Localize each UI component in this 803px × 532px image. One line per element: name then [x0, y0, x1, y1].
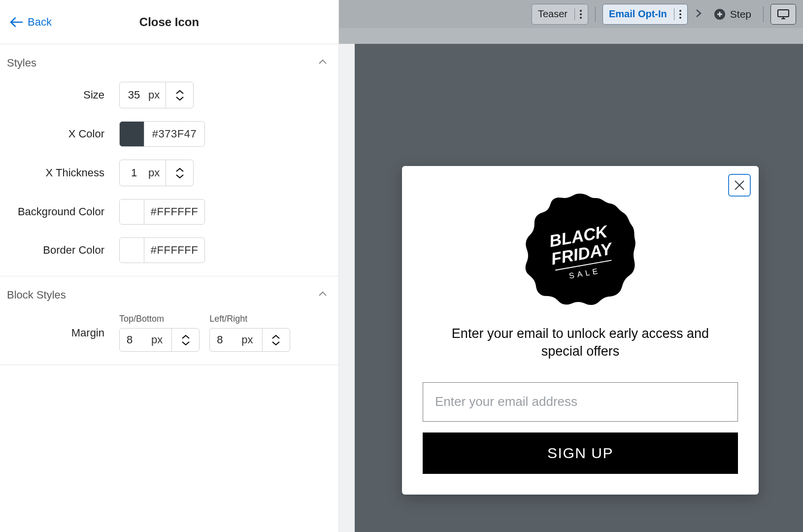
teaser-step-button[interactable]: Teaser [532, 4, 588, 25]
desktop-icon [777, 9, 790, 20]
section-styles-header[interactable]: Styles [7, 56, 329, 70]
popup-close-button[interactable] [728, 174, 751, 197]
label-x-color: X Color [7, 128, 119, 140]
chevron-up-icon [175, 167, 184, 173]
label-margin: Margin [7, 327, 119, 339]
panel-header: Back Close Icon [0, 0, 338, 44]
email-optin-label: Email Opt-In [609, 8, 667, 20]
section-block-styles: Block Styles Margin Top/Bottom px Left/R… [0, 276, 338, 365]
divider [763, 6, 764, 22]
chevron-up-icon [175, 90, 184, 95]
chevron-down-icon [175, 173, 184, 179]
label-size: Size [7, 89, 119, 101]
back-label: Back [28, 16, 52, 29]
margin-left-right: Left/Right px [209, 314, 290, 352]
row-bg-color: Background Color #FFFFFF [7, 199, 329, 225]
size-control: px [119, 82, 194, 108]
size-unit: px [148, 89, 166, 101]
chevron-right-icon [695, 8, 703, 20]
add-step-button[interactable]: Step [709, 4, 756, 25]
section-block-styles-header[interactable]: Block Styles [7, 288, 329, 302]
border-color-swatch[interactable] [120, 238, 144, 263]
badge-wrap: BLACK FRIDAY SALE [421, 189, 740, 307]
margin-tb-stepper[interactable] [171, 329, 199, 351]
x-color-hex: #373F47 [144, 128, 204, 140]
email-input[interactable] [423, 382, 738, 422]
margin-lr-stepper[interactable] [262, 329, 290, 351]
device-toggle-button[interactable] [770, 4, 796, 25]
row-x-thickness: X Thickness px [7, 160, 329, 186]
section-styles-title: Styles [7, 57, 36, 69]
topbar: Teaser Email Opt-In Step [339, 0, 803, 28]
x-color-control[interactable]: #373F47 [119, 121, 205, 147]
margin-tb-control: px [119, 328, 200, 352]
more-icon[interactable] [674, 8, 681, 20]
size-stepper[interactable] [166, 82, 193, 108]
back-button[interactable]: Back [10, 16, 52, 29]
badge-icon: BLACK FRIDAY SALE [521, 189, 639, 307]
x-thickness-input[interactable] [120, 166, 148, 179]
bg-color-control[interactable]: #FFFFFF [119, 199, 205, 225]
label-border-color: Border Color [7, 244, 119, 257]
border-color-control[interactable]: #FFFFFF [119, 237, 205, 263]
bg-color-hex: #FFFFFF [144, 205, 204, 218]
margin-tb-input[interactable] [120, 333, 151, 346]
black-friday-badge: BLACK FRIDAY SALE [521, 189, 639, 307]
teaser-label: Teaser [538, 8, 568, 20]
margin-lr-unit: px [241, 333, 262, 346]
divider [595, 6, 596, 22]
margin-tb-unit: px [151, 333, 171, 346]
row-border-color: Border Color #FFFFFF [7, 237, 329, 263]
margin-top-bottom: Top/Bottom px [119, 314, 200, 352]
chevron-down-icon [271, 340, 280, 346]
chevron-down-icon [181, 340, 190, 346]
chevron-up-icon [317, 56, 329, 70]
x-thickness-stepper[interactable] [166, 160, 193, 186]
more-icon[interactable] [574, 8, 582, 20]
row-size: Size px [7, 82, 329, 108]
label-margin-tb: Top/Bottom [119, 314, 200, 324]
chevron-up-icon [317, 288, 329, 302]
popup-preview: BLACK FRIDAY SALE Enter your email to un… [402, 166, 759, 495]
email-optin-step-button[interactable]: Email Opt-In [602, 4, 688, 25]
section-block-styles-title: Block Styles [7, 289, 66, 301]
preview-stage: BLACK FRIDAY SALE Enter your email to un… [339, 28, 803, 532]
row-margin: Margin Top/Bottom px Left/Right px [7, 314, 329, 352]
svg-rect-2 [778, 10, 789, 17]
label-bg-color: Background Color [7, 205, 119, 218]
row-x-color: X Color #373F47 [7, 121, 329, 147]
close-icon [733, 179, 746, 192]
x-thickness-unit: px [148, 166, 166, 179]
plus-circle-icon [714, 9, 725, 20]
label-x-thickness: X Thickness [7, 166, 119, 179]
chevron-up-icon [181, 334, 190, 340]
arrow-left-icon [10, 17, 23, 28]
chevron-down-icon [175, 96, 184, 101]
canvas: Teaser Email Opt-In Step [339, 0, 803, 532]
settings-panel: Back Close Icon Styles Size px X Color [0, 0, 339, 532]
x-thickness-control: px [119, 160, 194, 186]
add-step-label: Step [730, 8, 751, 20]
margin-lr-control: px [209, 328, 290, 352]
x-color-swatch[interactable] [120, 122, 144, 146]
bg-color-swatch[interactable] [120, 200, 144, 224]
signup-button[interactable]: SIGN UP [423, 432, 738, 474]
popup-message: Enter your email to unlock early access … [435, 325, 726, 361]
border-color-hex: #FFFFFF [144, 244, 204, 257]
size-input[interactable] [120, 89, 148, 101]
chevron-up-icon [271, 334, 280, 340]
label-margin-lr: Left/Right [209, 314, 290, 324]
section-styles: Styles Size px X Color #373F47 X Thickne [0, 44, 338, 276]
margin-lr-input[interactable] [210, 333, 241, 346]
